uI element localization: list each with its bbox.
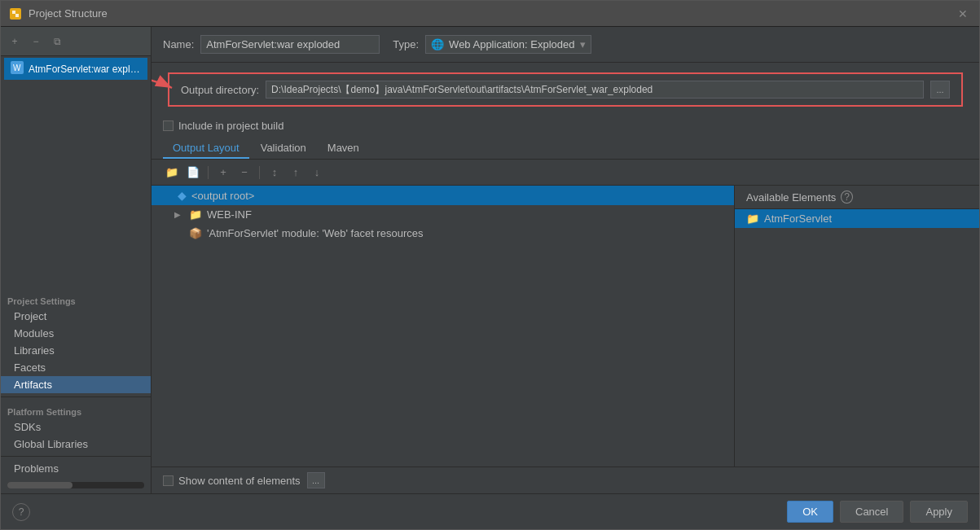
sidebar-item-project[interactable]: Project [1, 308, 151, 325]
dialog-title: Project Structure [29, 7, 948, 20]
output-dir-wrapper: Output directory: ... [160, 68, 971, 112]
output-root-label: <output root> [191, 190, 254, 202]
available-panel: Available Elements ? 📁 AtmForServlet [735, 186, 979, 466]
footer-buttons: OK Cancel Apply [787, 501, 968, 523]
sidebar-item-problems[interactable]: Problems [1, 460, 151, 477]
webinf-label: WEB-INF [207, 208, 252, 221]
svg-text:W: W [13, 64, 21, 72]
sidebar-scrollbar[interactable] [7, 482, 144, 488]
bottom-bar: Show content of elements ... [152, 466, 979, 493]
available-header: Available Elements ? [735, 186, 979, 209]
show-content-group: Show content of elements [163, 475, 301, 487]
type-select-icon: 🌐 [431, 38, 444, 50]
output-root-icon: ◆ [178, 189, 187, 202]
folder-icon: 📁 [189, 208, 202, 221]
copy-artifact-button[interactable]: ⧉ [48, 33, 66, 50]
add-artifact-button[interactable]: + [6, 33, 24, 50]
type-select-text: Web Application: Exploded [449, 38, 574, 50]
sidebar-item-artifacts[interactable]: Artifacts [1, 376, 151, 393]
tree-item-module-facet[interactable]: 📦 'AtmForServlet' module: 'Web' facet re… [152, 224, 734, 243]
ok-button[interactable]: OK [787, 501, 833, 523]
sidebar-item-sdks[interactable]: SDKs [1, 418, 151, 436]
include-build-checkbox[interactable] [163, 120, 174, 131]
layout-btn-file[interactable]: 📄 [184, 164, 202, 182]
layout-area: ◆ <output root> ▶ 📁 WEB-INF 📦 'AtmForSer… [152, 186, 979, 466]
sidebar-item-libraries[interactable]: Libraries [1, 342, 151, 359]
output-dir-label: Output directory: [181, 84, 259, 96]
layout-btn-add[interactable]: + [214, 164, 232, 182]
tab-output-layout[interactable]: Output Layout [163, 138, 249, 159]
tab-maven[interactable]: Maven [318, 138, 369, 159]
apply-button[interactable]: Apply [910, 501, 968, 523]
sidebar-nav-bar: + − ⧉ [1, 27, 151, 56]
tabs-bar: Output Layout Validation Maven [152, 135, 979, 160]
browse-button[interactable]: ... [930, 81, 950, 99]
dialog-icon [9, 7, 22, 20]
output-dir-input[interactable] [266, 81, 924, 99]
module-facet-label: 'AtmForServlet' module: 'Web' facet reso… [207, 227, 423, 239]
available-item-atm[interactable]: 📁 AtmForServlet [735, 209, 979, 228]
help-button[interactable]: ? [12, 503, 30, 521]
show-content-label: Show content of elements [178, 475, 301, 487]
module-icon: 📦 [189, 227, 202, 239]
tree-item-output-root[interactable]: ◆ <output root> [152, 186, 734, 205]
content-area: Name: Type: 🌐 Web Application: Exploded … [152, 27, 979, 493]
artifact-name: AtmForServlet:war explo... [29, 64, 141, 75]
help-circle-icon: ? [841, 191, 853, 204]
include-build-label: Include in project build [178, 120, 283, 132]
type-select[interactable]: 🌐 Web Application: Exploded ▾ [425, 35, 591, 54]
cancel-button[interactable]: Cancel [840, 501, 903, 523]
toolbar-separator-2 [259, 166, 260, 179]
name-label: Name: [163, 38, 194, 50]
tree-panel: ◆ <output root> ▶ 📁 WEB-INF 📦 'AtmForSer… [152, 186, 735, 466]
layout-btn-remove[interactable]: − [235, 164, 253, 182]
sidebar-item-modules[interactable]: Modules [1, 325, 151, 342]
close-button[interactable]: ✕ [955, 6, 971, 22]
project-settings-header: Project Settings [1, 290, 151, 308]
sidebar-divider-1 [1, 396, 151, 397]
layout-btn-down[interactable]: ↓ [308, 164, 326, 182]
ellipsis-button[interactable]: ... [307, 472, 325, 488]
sidebar-divider-2 [1, 456, 151, 457]
available-folder-icon: 📁 [746, 212, 759, 225]
layout-toolbar: 📁 📄 + − ↕ ↑ ↓ [152, 160, 979, 186]
output-dir-section: Output directory: ... [168, 72, 963, 107]
chevron-right-icon: ▶ [174, 210, 184, 219]
layout-btn-folder[interactable]: 📁 [163, 164, 181, 182]
tree-item-webinf[interactable]: ▶ 📁 WEB-INF [152, 205, 734, 224]
available-header-label: Available Elements [746, 191, 836, 204]
name-input[interactable] [200, 35, 380, 54]
name-type-row: Name: Type: 🌐 Web Application: Exploded … [152, 27, 979, 63]
sidebar-item-facets[interactable]: Facets [1, 359, 151, 376]
type-field-group: Type: 🌐 Web Application: Exploded ▾ [393, 35, 591, 54]
toolbar-separator-1 [208, 166, 209, 179]
layout-btn-up[interactable]: ↑ [287, 164, 305, 182]
chevron-down-icon: ▾ [580, 38, 586, 50]
name-field-group: Name: [163, 35, 380, 54]
main-content: + − ⧉ W AtmForServlet:war explo... Proje… [1, 27, 979, 493]
platform-settings-header: Platform Settings [1, 401, 151, 418]
include-build-row: Include in project build [152, 116, 979, 135]
tab-validation[interactable]: Validation [251, 138, 316, 159]
available-item-label: AtmForServlet [764, 212, 832, 225]
svg-rect-1 [12, 11, 15, 14]
show-content-checkbox[interactable] [163, 475, 174, 486]
dialog-footer: ? OK Cancel Apply [1, 493, 979, 529]
artifact-icon: W [11, 61, 24, 77]
sidebar: + − ⧉ W AtmForServlet:war explo... Proje… [1, 27, 152, 493]
remove-artifact-button[interactable]: − [27, 33, 45, 50]
sidebar-item-global-libraries[interactable]: Global Libraries [1, 436, 151, 453]
title-bar: Project Structure ✕ [1, 1, 979, 27]
type-label: Type: [393, 38, 419, 50]
svg-rect-2 [15, 14, 19, 17]
layout-btn-sort[interactable]: ↕ [266, 164, 283, 182]
project-structure-dialog: Project Structure ✕ + − ⧉ W AtmForServle… [0, 0, 980, 530]
artifact-item[interactable]: W AtmForServlet:war explo... [4, 58, 147, 80]
